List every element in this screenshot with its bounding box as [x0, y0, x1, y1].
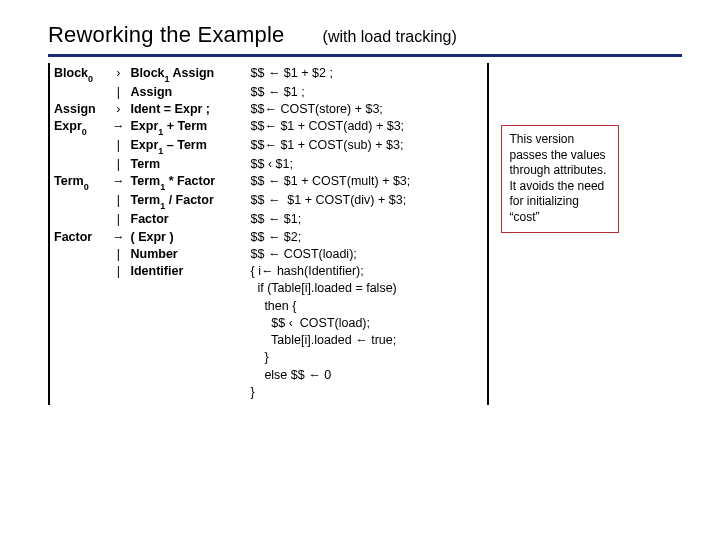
grammar-lhs: [54, 211, 112, 228]
grammar-table: Block0›Block1 Assign$$ ← $1 + $2 ;|Assig…: [48, 63, 489, 405]
grammar-semantic: if (Table[i].loaded = false): [251, 280, 483, 297]
grammar-semantic: $$ ‹ COST(load);: [251, 315, 483, 332]
grammar-rhs: [131, 280, 251, 297]
grammar-row: |Factor$$ ← $1;: [54, 211, 483, 228]
grammar-semantic: then {: [251, 298, 483, 315]
grammar-row: Expr0→Expr1 + Term$$← $1 + COST(add) + $…: [54, 118, 483, 137]
grammar-rhs: Number: [131, 246, 251, 263]
grammar-rhs: [131, 384, 251, 401]
grammar-row: |Number$$ ← COST(loadi);: [54, 246, 483, 263]
grammar-semantic: $$← COST(store) + $3;: [251, 101, 483, 118]
grammar-arrow: |: [112, 192, 131, 211]
grammar-arrow: →: [112, 229, 131, 246]
side-note-text: This version passes the values through a…: [510, 132, 607, 224]
grammar-rhs: Term1 / Factor: [131, 192, 251, 211]
grammar-semantic: $$ ← COST(loadi);: [251, 246, 483, 263]
grammar-rhs: Ident = Expr ;: [131, 101, 251, 118]
grammar-arrow: [112, 298, 131, 315]
grammar-semantic: $$ ← $2;: [251, 229, 483, 246]
grammar-row: if (Table[i].loaded = false): [54, 280, 483, 297]
grammar-row: |Term$$ ‹ $1;: [54, 156, 483, 173]
grammar-arrow: →: [112, 118, 131, 137]
grammar-rhs: [131, 315, 251, 332]
grammar-row: |Assign$$ ← $1 ;: [54, 84, 483, 101]
grammar-rhs: [131, 332, 251, 349]
grammar-lhs: [54, 156, 112, 173]
grammar-rhs: Identifier: [131, 263, 251, 280]
grammar-row: Block0›Block1 Assign$$ ← $1 + $2 ;: [54, 65, 483, 84]
grammar-rhs: Block1 Assign: [131, 65, 251, 84]
grammar-arrow: [112, 384, 131, 401]
grammar-row: Term0→Term1 * Factor$$ ← $1 + COST(mult)…: [54, 173, 483, 192]
grammar-row: }: [54, 349, 483, 366]
grammar-lhs: Block0: [54, 65, 112, 84]
grammar-arrow: |: [112, 156, 131, 173]
grammar-arrow: [112, 280, 131, 297]
grammar-semantic: $$ ← $1 + COST(div) + $3;: [251, 192, 483, 211]
grammar-semantic: else $$ ← 0: [251, 367, 483, 384]
grammar-lhs: Term0: [54, 173, 112, 192]
grammar-arrow: [112, 332, 131, 349]
grammar-arrow: ›: [112, 101, 131, 118]
page-subtitle: (with load tracking): [323, 28, 457, 46]
grammar-row: Assign›Ident = Expr ;$$← COST(store) + $…: [54, 101, 483, 118]
grammar-rhs: Assign: [131, 84, 251, 101]
grammar-row: }: [54, 384, 483, 401]
grammar-arrow: [112, 367, 131, 384]
grammar-lhs: [54, 384, 112, 401]
grammar-lhs: [54, 298, 112, 315]
grammar-lhs: [54, 192, 112, 211]
grammar-rhs: Factor: [131, 211, 251, 228]
grammar-semantic: $$ ‹ $1;: [251, 156, 483, 173]
grammar-lhs: [54, 84, 112, 101]
grammar-rhs: Term: [131, 156, 251, 173]
grammar-lhs: [54, 263, 112, 280]
grammar-arrow: |: [112, 246, 131, 263]
grammar-semantic: $$ ← $1;: [251, 211, 483, 228]
grammar-semantic: $$ ← $1 + COST(mult) + $3;: [251, 173, 483, 192]
grammar-lhs: Factor: [54, 229, 112, 246]
grammar-arrow: [112, 315, 131, 332]
grammar-rhs: [131, 298, 251, 315]
grammar-row: then {: [54, 298, 483, 315]
grammar-rhs: [131, 367, 251, 384]
grammar-row: $$ ‹ COST(load);: [54, 315, 483, 332]
grammar-arrow: |: [112, 263, 131, 280]
page-title: Reworking the Example: [48, 22, 285, 48]
grammar-row: else $$ ← 0: [54, 367, 483, 384]
grammar-row: |Term1 / Factor$$ ← $1 + COST(div) + $3;: [54, 192, 483, 211]
grammar-lhs: [54, 315, 112, 332]
grammar-lhs: [54, 280, 112, 297]
grammar-semantic: { i← hash(Identifier);: [251, 263, 483, 280]
grammar-semantic: Table[i].loaded ← true;: [251, 332, 483, 349]
grammar-arrow: |: [112, 84, 131, 101]
grammar-lhs: Expr0: [54, 118, 112, 137]
grammar-lhs: [54, 137, 112, 156]
grammar-lhs: [54, 246, 112, 263]
grammar-rhs: Expr1 + Term: [131, 118, 251, 137]
grammar-arrow: |: [112, 211, 131, 228]
grammar-semantic: }: [251, 384, 483, 401]
grammar-row: Factor→( Expr )$$ ← $2;: [54, 229, 483, 246]
grammar-rhs: Term1 * Factor: [131, 173, 251, 192]
grammar-arrow: [112, 349, 131, 366]
grammar-arrow: ›: [112, 65, 131, 84]
grammar-lhs: [54, 349, 112, 366]
title-bar: Reworking the Example (with load trackin…: [48, 22, 682, 57]
grammar-semantic: }: [251, 349, 483, 366]
grammar-lhs: Assign: [54, 101, 112, 118]
grammar-rhs: ( Expr ): [131, 229, 251, 246]
grammar-rhs: Expr1 – Term: [131, 137, 251, 156]
grammar-semantic: $$← $1 + COST(add) + $3;: [251, 118, 483, 137]
grammar-lhs: [54, 367, 112, 384]
grammar-semantic: $$ ← $1 ;: [251, 84, 483, 101]
grammar-rhs: [131, 349, 251, 366]
grammar-arrow: →: [112, 173, 131, 192]
side-note: This version passes the values through a…: [501, 125, 619, 233]
grammar-semantic: $$ ← $1 + $2 ;: [251, 65, 483, 84]
grammar-arrow: |: [112, 137, 131, 156]
grammar-semantic: $$← $1 + COST(sub) + $3;: [251, 137, 483, 156]
grammar-row: |Expr1 – Term$$← $1 + COST(sub) + $3;: [54, 137, 483, 156]
grammar-row: Table[i].loaded ← true;: [54, 332, 483, 349]
grammar-lhs: [54, 332, 112, 349]
